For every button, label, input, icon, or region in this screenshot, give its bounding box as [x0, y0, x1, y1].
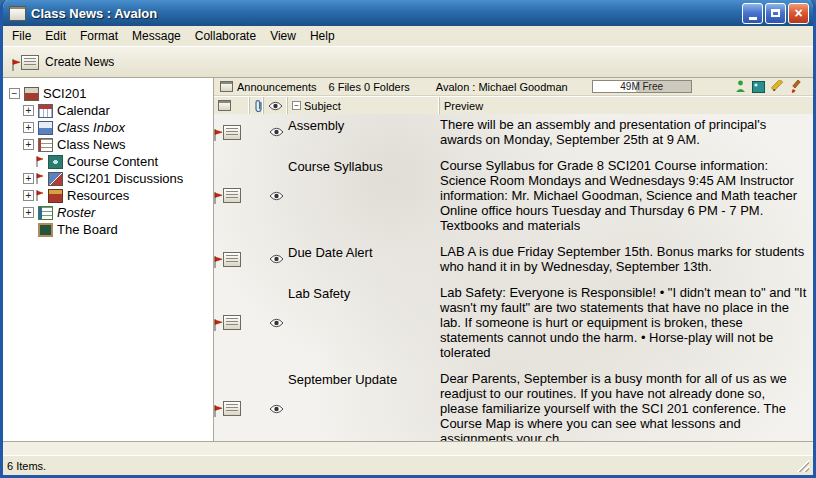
message-row[interactable]: September Update Dear Parents, September…	[214, 368, 813, 441]
message-subject[interactable]: Course Syllabus	[288, 158, 440, 233]
menu-collaborate[interactable]: Collaborate	[188, 27, 263, 45]
attachment-cell	[250, 158, 264, 233]
status-bar: 6 Items.	[3, 455, 813, 475]
close-button[interactable]: ×	[788, 3, 809, 24]
menu-file[interactable]: File	[5, 27, 38, 45]
brush-icon[interactable]	[790, 80, 803, 93]
read-status-column-header[interactable]	[264, 97, 288, 114]
content-icon	[48, 155, 63, 169]
message-subject[interactable]: September Update	[288, 371, 440, 441]
tree-item-sci201[interactable]: − SCI201	[3, 85, 213, 102]
tree-expander[interactable]: +	[23, 122, 34, 133]
tree-item-roster[interactable]: + Roster	[3, 204, 213, 221]
news-item-icon	[223, 315, 241, 330]
preview-column-header[interactable]: Preview	[440, 97, 813, 114]
tree-item-course-content[interactable]: Course Content	[3, 153, 213, 170]
tree-item-label: SCI201	[43, 86, 86, 101]
tree-item-the-board[interactable]: The Board	[3, 221, 213, 238]
tree-expander[interactable]: +	[23, 190, 34, 201]
eye-icon	[268, 101, 283, 111]
eye-icon[interactable]	[269, 318, 284, 328]
account-label: Avalon : Michael Goodman	[436, 81, 568, 93]
column-header: − Subject Preview	[214, 96, 813, 114]
unread-flag-icon	[36, 190, 44, 201]
message-preview: There will be an assembly and presentati…	[440, 117, 813, 147]
title-bar[interactable]: Class News : Avalon ×	[3, 0, 813, 26]
section-label: Announcements	[237, 81, 317, 93]
image-icon[interactable]	[752, 81, 765, 93]
status-text: 6 Items.	[7, 460, 46, 472]
tree-expander[interactable]: +	[23, 207, 34, 218]
tree-item-sci201-discussions[interactable]: + SCI201 Discussions	[3, 170, 213, 187]
folder-tree: − SCI201 + Calendar + Class Inbox + Clas…	[3, 78, 214, 441]
subject-column-label: Subject	[304, 100, 341, 112]
user-icon[interactable]	[735, 80, 746, 93]
message-pane: Announcements 6 Files 0 Folders Avalon :…	[214, 78, 813, 441]
tree-item-class-inbox[interactable]: + Class Inbox	[3, 119, 213, 136]
inbox-icon	[38, 121, 53, 135]
conference-icon	[24, 87, 39, 101]
create-news-label: Create News	[45, 55, 114, 69]
horizontal-scrollbar[interactable]	[3, 441, 813, 455]
announcements-icon	[220, 81, 233, 92]
menu-message[interactable]: Message	[125, 27, 188, 45]
news-item-icon	[223, 252, 241, 267]
tree-item-resources[interactable]: + Resources	[3, 187, 213, 204]
pane-header: Announcements 6 Files 0 Folders Avalon :…	[214, 78, 813, 96]
window-controls: ×	[742, 3, 809, 24]
window-title: Class News : Avalon	[31, 6, 737, 21]
eye-icon[interactable]	[269, 191, 284, 201]
tree-expander[interactable]: +	[23, 173, 34, 184]
file-count: 6 Files 0 Folders	[329, 81, 410, 93]
subject-column-header[interactable]: − Subject	[288, 97, 440, 114]
icon-column-header[interactable]	[214, 97, 250, 114]
section-group: Announcements	[220, 81, 317, 93]
collapse-all-icon[interactable]: −	[292, 101, 301, 110]
message-subject[interactable]: Due Date Alert	[288, 244, 440, 274]
attachment-cell	[250, 244, 264, 274]
message-preview: Course Syllabus for Grade 8 SCI201 Cours…	[440, 158, 813, 233]
resources-icon	[48, 189, 63, 203]
tree-expander[interactable]: −	[9, 88, 20, 99]
eye-icon[interactable]	[269, 254, 284, 264]
eye-icon[interactable]	[269, 127, 284, 137]
tree-expander[interactable]: +	[23, 139, 34, 150]
news-item-icon	[223, 188, 241, 203]
attachment-cell	[250, 117, 264, 147]
message-subject[interactable]: Lab Safety	[288, 285, 440, 360]
tree-item-class-news[interactable]: + Class News	[3, 136, 213, 153]
create-news-button[interactable]: Create News	[13, 52, 122, 73]
tree-item-label: Course Content	[67, 154, 158, 169]
message-row[interactable]: Due Date Alert LAB A is due Friday Septe…	[214, 241, 813, 282]
tree-expander[interactable]: +	[23, 105, 34, 116]
flag-icon	[214, 129, 223, 141]
unread-flag-icon	[36, 173, 44, 184]
maximize-button[interactable]	[765, 3, 786, 24]
app-icon	[9, 6, 26, 21]
message-subject[interactable]: Assembly	[288, 117, 440, 147]
resize-grip[interactable]	[796, 459, 809, 472]
menu-format[interactable]: Format	[73, 27, 125, 45]
pencil-icon[interactable]	[771, 80, 784, 93]
tree-item-label: Resources	[67, 188, 129, 203]
roster-icon	[38, 206, 53, 220]
eye-icon[interactable]	[269, 404, 284, 414]
tree-item-label: The Board	[57, 222, 118, 237]
menu-help[interactable]: Help	[303, 27, 342, 45]
attachment-column-header[interactable]	[250, 97, 264, 114]
unread-flag-icon	[36, 156, 44, 167]
minimize-icon	[749, 17, 757, 20]
message-row[interactable]: Lab Safety Lab Safety: Everyone is Respo…	[214, 282, 813, 368]
create-news-icon	[21, 55, 39, 70]
message-row[interactable]: Course Syllabus Course Syllabus for Grad…	[214, 155, 813, 241]
tree-item-calendar[interactable]: + Calendar	[3, 102, 213, 119]
item-type-icon	[218, 100, 231, 111]
news-icon	[38, 138, 53, 152]
message-row[interactable]: Assembly There will be an assembly and p…	[214, 114, 813, 155]
menu-view[interactable]: View	[263, 27, 303, 45]
tree-item-label: Calendar	[57, 103, 110, 118]
news-item-icon	[223, 125, 241, 140]
minimize-button[interactable]	[742, 3, 763, 24]
attachment-cell	[250, 371, 264, 441]
menu-edit[interactable]: Edit	[38, 27, 73, 45]
